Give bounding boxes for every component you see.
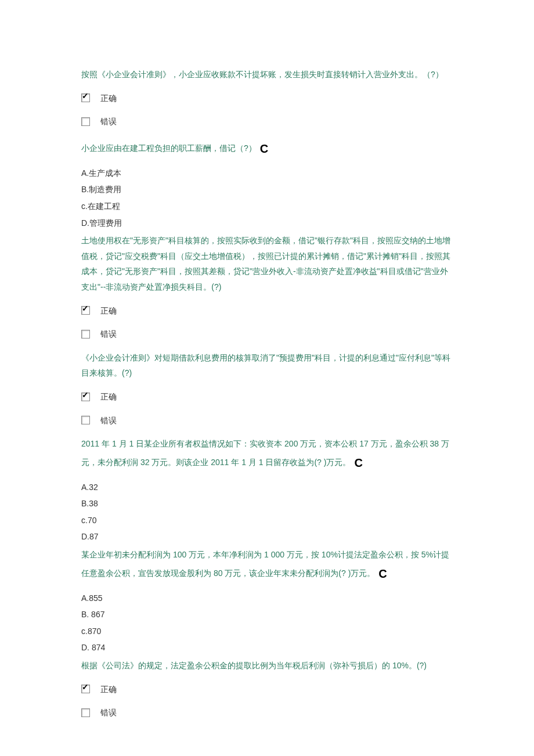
question-text-span: 2011 年 1 月 1 日某企业所有者权益情况如下：实收资本 200 万元，资… — [81, 439, 449, 466]
mc-option[interactable]: D.管理费用 — [81, 215, 453, 231]
tf-label-incorrect: 错误 — [100, 114, 117, 129]
mc-option[interactable]: c.70 — [81, 513, 453, 528]
answer-letter: C — [354, 456, 362, 469]
mc-option[interactable]: B.制造费用 — [81, 182, 453, 197]
question-text: 根据《公司法》的规定，法定盈余公积金的提取比例为当年税后利润（弥补亏损后）的 1… — [81, 658, 453, 674]
tf-option-correct[interactable]: 正确 — [81, 91, 453, 106]
mc-option[interactable]: B. 867 — [81, 607, 453, 622]
multiple-choice-question: 2011 年 1 月 1 日某企业所有者权益情况如下：实收资本 200 万元，资… — [81, 436, 453, 545]
question-text: 2011 年 1 月 1 日某企业所有者权益情况如下：实收资本 200 万元，资… — [81, 436, 453, 474]
checkbox-icon[interactable] — [81, 708, 90, 717]
tf-option-incorrect[interactable]: 错误 — [81, 413, 453, 429]
question-text-span: 小企业应由在建工程负担的职工薪酬，借记（?） — [81, 143, 257, 152]
question-text-span: 某企业年初未分配利润为 100 万元，本年净利润为 1 000 万元，按 10%… — [81, 550, 449, 577]
multiple-choice-question: 小企业应由在建工程负担的职工薪酬，借记（?）CA.生产成本B.制造费用c.在建工… — [81, 138, 453, 231]
mc-option[interactable]: B.38 — [81, 496, 453, 512]
checkbox-icon[interactable] — [81, 117, 90, 126]
true-false-question: 土地使用权在"无形资产"科目核算的，按照实际收到的金额，借记"银行存款"科目，按… — [81, 233, 453, 342]
checkbox-icon[interactable] — [81, 685, 90, 693]
checkbox-icon[interactable] — [81, 393, 90, 401]
question-text: 小企业应由在建工程负担的职工薪酬，借记（?）C — [81, 138, 453, 160]
mc-option[interactable]: c.870 — [81, 624, 453, 639]
true-false-question: 按照《小企业会计准则》，小企业应收账款不计提坏账，发生损失时直接转销计入营业外支… — [81, 67, 453, 129]
tf-label-correct: 正确 — [100, 91, 117, 106]
tf-label-incorrect: 错误 — [100, 413, 117, 429]
mc-option[interactable]: c.在建工程 — [81, 199, 453, 214]
tf-option-incorrect[interactable]: 错误 — [81, 114, 453, 129]
true-false-question: 《小企业会计准则》对短期借款利息费用的核算取消了"预提费用"科目，计提的利息通过… — [81, 350, 453, 428]
mc-option[interactable]: A.32 — [81, 480, 453, 495]
answer-letter: C — [260, 142, 268, 155]
tf-label-correct: 正确 — [100, 682, 117, 697]
question-text: 某企业年初未分配利润为 100 万元，本年净利润为 1 000 万元，按 10%… — [81, 547, 453, 585]
tf-option-correct[interactable]: 正确 — [81, 303, 453, 319]
checkbox-icon[interactable] — [81, 306, 90, 315]
question-text: 《小企业会计准则》对短期借款利息费用的核算取消了"预提费用"科目，计提的利息通过… — [81, 350, 453, 381]
tf-label-correct: 正确 — [100, 303, 117, 319]
mc-option[interactable]: D.87 — [81, 529, 453, 545]
tf-option-correct[interactable]: 正确 — [81, 682, 453, 697]
true-false-question: 根据《公司法》的规定，法定盈余公积金的提取比例为当年税后利润（弥补亏损后）的 1… — [81, 658, 453, 721]
tf-label-correct: 正确 — [100, 389, 117, 405]
tf-label-incorrect: 错误 — [100, 705, 117, 721]
mc-option[interactable]: A.855 — [81, 591, 453, 606]
tf-option-incorrect[interactable]: 错误 — [81, 705, 453, 721]
mc-option[interactable]: D. 874 — [81, 640, 453, 656]
multiple-choice-question: 某企业年初未分配利润为 100 万元，本年净利润为 1 000 万元，按 10%… — [81, 547, 453, 656]
checkbox-icon[interactable] — [81, 330, 90, 339]
question-text: 土地使用权在"无形资产"科目核算的，按照实际收到的金额，借记"银行存款"科目，按… — [81, 233, 453, 294]
answer-letter: C — [378, 567, 387, 580]
checkbox-icon[interactable] — [81, 416, 90, 424]
tf-option-correct[interactable]: 正确 — [81, 389, 453, 405]
question-text: 按照《小企业会计准则》，小企业应收账款不计提坏账，发生损失时直接转销计入营业外支… — [81, 67, 453, 82]
checkbox-icon[interactable] — [81, 93, 90, 102]
tf-label-incorrect: 错误 — [100, 326, 117, 342]
tf-option-incorrect[interactable]: 错误 — [81, 326, 453, 342]
mc-option[interactable]: A.生产成本 — [81, 165, 453, 181]
